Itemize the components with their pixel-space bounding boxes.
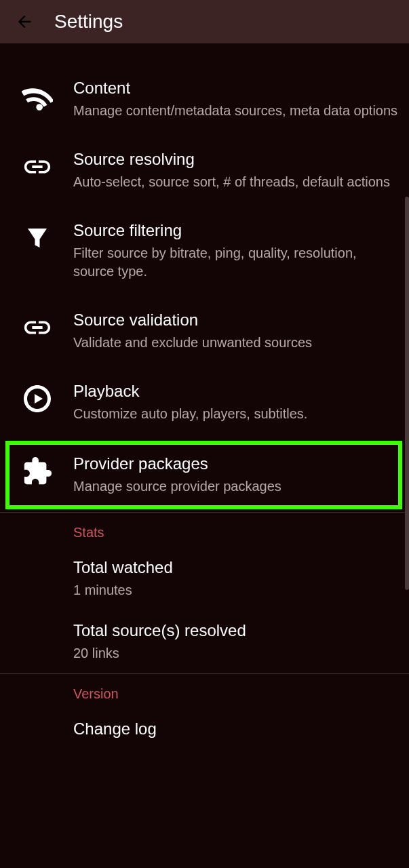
stat-subtitle: 1 minutes: [73, 581, 409, 599]
item-subtitle: Manage source provider packages: [73, 477, 391, 496]
settings-item-source-filtering[interactable]: Source filtering Filter source by bitrat…: [0, 206, 409, 296]
satellite-icon: [20, 79, 54, 113]
settings-list: Content Manage content/metadata sources,…: [0, 43, 409, 738]
puzzle-icon: [20, 454, 54, 488]
item-title: Source resolving: [73, 150, 398, 169]
settings-item-source-validation[interactable]: Source validation Validate and exclude u…: [0, 296, 409, 367]
play-circle-icon: [20, 382, 54, 416]
stat-total-watched[interactable]: Total watched 1 minutes: [0, 547, 409, 610]
item-title: Provider packages: [73, 454, 391, 473]
scrollbar-thumb[interactable]: [405, 197, 409, 590]
back-button[interactable]: [11, 8, 38, 35]
item-title: Content: [73, 79, 398, 98]
item-title: Change log: [73, 719, 409, 738]
filter-icon: [20, 221, 54, 255]
link-icon: [20, 150, 54, 184]
item-title: Source filtering: [73, 221, 398, 240]
stat-subtitle: 20 links: [73, 644, 409, 663]
item-subtitle: Filter source by bitrate, ping, quality,…: [73, 244, 398, 281]
section-header-stats: Stats: [0, 513, 409, 547]
stat-title: Total source(s) resolved: [73, 621, 409, 640]
item-title: Playback: [73, 382, 398, 401]
settings-item-content[interactable]: Content Manage content/metadata sources,…: [0, 64, 409, 135]
arrow-left-icon: [15, 12, 34, 31]
section-header-version: Version: [0, 674, 409, 709]
settings-item-source-resolving[interactable]: Source resolving Auto-select, source sor…: [0, 135, 409, 206]
page-title: Settings: [54, 11, 123, 33]
stat-title: Total watched: [73, 558, 409, 577]
item-subtitle: Validate and exclude unwanted sources: [73, 334, 398, 352]
item-title: Source validation: [73, 311, 398, 330]
item-subtitle: Auto-select, source sort, # of threads, …: [73, 173, 398, 191]
stat-total-resolved[interactable]: Total source(s) resolved 20 links: [0, 610, 409, 673]
link-icon: [20, 311, 54, 344]
item-subtitle: Manage content/metadata sources, meta da…: [73, 102, 398, 120]
app-header: Settings: [0, 0, 409, 43]
settings-item-provider-packages[interactable]: Provider packages Manage source provider…: [5, 441, 402, 509]
item-subtitle: Customize auto play, players, subtitles.: [73, 405, 398, 423]
changelog-item[interactable]: Change log: [0, 709, 409, 738]
settings-item-playback[interactable]: Playback Customize auto play, players, s…: [0, 367, 409, 438]
